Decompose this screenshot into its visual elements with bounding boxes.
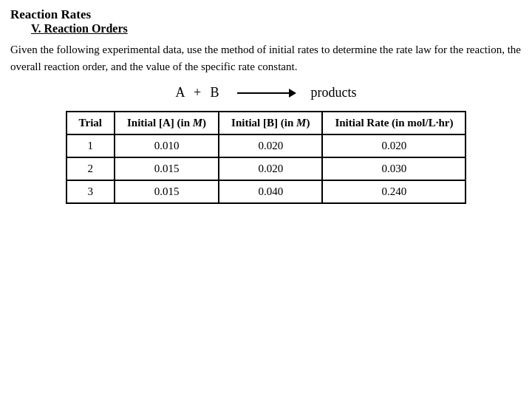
data-table: Trial Initial [A] (in M) Initial [B] (in… — [66, 111, 467, 204]
table-cell-1-3: 0.030 — [322, 157, 466, 180]
col-initial-rate: Initial Rate (in mol/L·hr) — [322, 112, 466, 134]
arrow-icon — [237, 89, 296, 98]
table-header-row: Trial Initial [A] (in M) Initial [B] (in… — [66, 112, 466, 134]
title-section: Reaction Rates V. Reaction Orders — [10, 7, 522, 35]
table-cell-1-2: 0.020 — [219, 157, 322, 180]
table-cell-2-2: 0.040 — [219, 180, 322, 203]
reaction-line: A + B products — [10, 85, 522, 100]
reaction-arrow — [237, 89, 296, 98]
table-row: 20.0150.0200.030 — [66, 157, 466, 180]
table-row: 10.0100.0200.020 — [66, 134, 466, 157]
col-initial-a: Initial [A] (in M) — [115, 112, 219, 134]
table-cell-0-0: 1 — [66, 134, 115, 157]
col-initial-b: Initial [B] (in M) — [219, 112, 322, 134]
main-title: Reaction Rates — [10, 7, 522, 22]
table-cell-2-0: 3 — [66, 180, 115, 203]
reaction-left: A + B — [175, 85, 222, 100]
col-trial: Trial — [66, 112, 115, 134]
table-cell-0-1: 0.010 — [115, 134, 219, 157]
sub-title: V. Reaction Orders — [31, 22, 522, 35]
table-cell-2-3: 0.240 — [322, 180, 466, 203]
reaction-right: products — [311, 85, 357, 100]
table-cell-2-1: 0.015 — [115, 180, 219, 203]
description-text: Given the following experimental data, u… — [10, 41, 522, 75]
table-cell-1-0: 2 — [66, 157, 115, 180]
table-cell-0-2: 0.020 — [219, 134, 322, 157]
table-row: 30.0150.0400.240 — [66, 180, 466, 203]
table-cell-1-1: 0.015 — [115, 157, 219, 180]
table-cell-0-3: 0.020 — [322, 134, 466, 157]
